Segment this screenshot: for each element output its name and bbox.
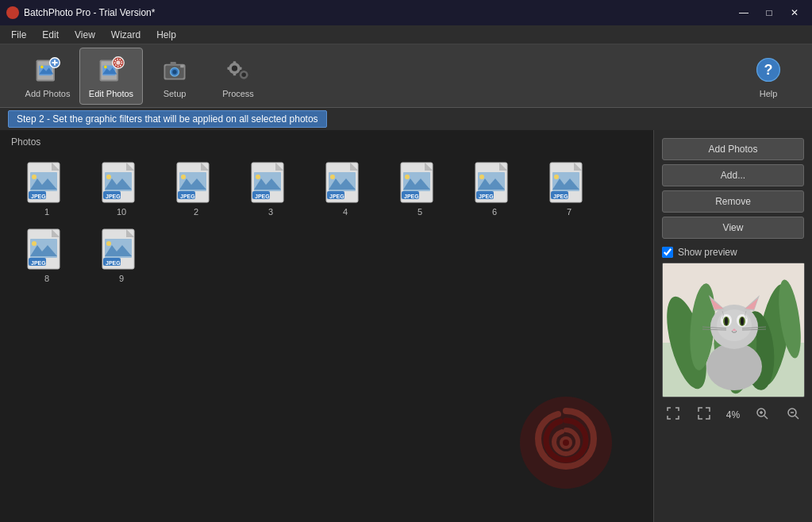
title-bar-controls: — □ ✕ xyxy=(733,5,806,21)
svg-text:JPEG: JPEG xyxy=(329,194,344,199)
photo-name: 5 xyxy=(418,207,422,217)
svg-point-19 xyxy=(172,70,176,74)
process-tool-button[interactable]: Process xyxy=(206,48,270,105)
svg-rect-26 xyxy=(228,67,231,70)
svg-point-37 xyxy=(32,175,37,179)
help-icon: ? xyxy=(752,54,784,86)
menu-view[interactable]: View xyxy=(67,28,103,42)
svg-point-4 xyxy=(40,65,44,68)
add-side-button[interactable]: Add... xyxy=(662,164,804,186)
minimize-button[interactable]: — xyxy=(733,5,755,21)
svg-point-14 xyxy=(116,60,120,64)
photo-file-icon: JPEG xyxy=(399,161,441,205)
svg-point-136 xyxy=(741,317,744,325)
svg-rect-27 xyxy=(239,67,242,70)
svg-line-147 xyxy=(795,416,799,419)
help-tool-label: Help xyxy=(760,89,778,98)
preview-image xyxy=(662,263,805,397)
maximize-button[interactable]: □ xyxy=(758,5,780,21)
svg-text:JPEG: JPEG xyxy=(404,194,419,199)
preview-controls: 4% xyxy=(662,402,804,427)
photo-file-icon: JPEG xyxy=(474,161,515,205)
zoom-actual-button[interactable] xyxy=(695,405,714,424)
process-tool-label: Process xyxy=(222,89,254,98)
svg-point-124 xyxy=(706,343,762,390)
photo-item[interactable]: JPEG 2 xyxy=(160,157,232,221)
photo-file-icon: JPEG xyxy=(101,161,142,205)
svg-point-45 xyxy=(106,175,111,179)
photo-name: 10 xyxy=(117,207,126,217)
svg-point-12 xyxy=(104,65,107,68)
step-bar: Step 2 - Set the graphic filters that wi… xyxy=(0,108,812,130)
zoom-out-button[interactable] xyxy=(783,405,802,424)
edit-photos-tool-button[interactable]: Edit Photos xyxy=(79,48,143,105)
svg-rect-20 xyxy=(171,62,176,66)
photo-name: 9 xyxy=(119,274,124,283)
svg-line-143 xyxy=(764,416,768,419)
photo-file-icon: JPEG xyxy=(548,161,590,205)
menu-edit[interactable]: Edit xyxy=(34,28,67,42)
photo-item[interactable]: JPEG 3 xyxy=(235,157,306,221)
photo-name: 1 xyxy=(44,207,49,217)
menu-wizard[interactable]: Wizard xyxy=(103,28,148,42)
photo-item[interactable]: JPEG 1 xyxy=(11,157,83,221)
photo-file-icon: JPEG xyxy=(250,161,291,205)
setup-tool-button[interactable]: Setup xyxy=(143,48,206,105)
show-preview-section: Show preview xyxy=(662,247,804,258)
photo-item[interactable]: JPEG 10 xyxy=(86,157,157,221)
show-preview-checkbox[interactable] xyxy=(662,247,673,258)
svg-text:JPEG: JPEG xyxy=(31,194,46,199)
photo-item[interactable]: JPEG 4 xyxy=(310,157,381,221)
photo-file-icon: JPEG xyxy=(26,228,67,272)
watermark-logo xyxy=(518,395,614,490)
svg-point-109 xyxy=(106,241,111,246)
title-text: BatchPhoto Pro - Trial Version* xyxy=(24,7,155,18)
svg-text:JPEG: JPEG xyxy=(106,260,121,266)
photo-item[interactable]: JPEG 5 xyxy=(384,157,456,221)
edit-photos-icon xyxy=(95,54,127,86)
svg-point-69 xyxy=(330,175,335,179)
zoom-in-button[interactable] xyxy=(752,405,772,424)
svg-rect-21 xyxy=(180,64,184,67)
photo-file-icon: JPEG xyxy=(175,161,217,205)
svg-text:JPEG: JPEG xyxy=(479,194,494,199)
svg-point-101 xyxy=(32,241,37,246)
svg-text:?: ? xyxy=(764,62,773,78)
view-side-button[interactable]: View xyxy=(662,217,804,239)
svg-text:JPEG: JPEG xyxy=(180,194,195,199)
photo-item[interactable]: JPEG 6 xyxy=(459,157,530,221)
zoom-level: 4% xyxy=(726,409,740,420)
toolbar: Add Photos Edit Photos xyxy=(0,44,812,108)
zoom-fit-button[interactable] xyxy=(664,405,683,424)
close-button[interactable]: ✕ xyxy=(783,5,806,21)
photo-item[interactable]: JPEG 9 xyxy=(86,224,157,287)
photo-file-icon: JPEG xyxy=(26,161,67,205)
menu-file[interactable]: File xyxy=(3,28,34,42)
svg-point-85 xyxy=(479,175,484,179)
right-panel: Add Photos Add... Remove View Show previ… xyxy=(653,130,812,522)
show-preview-label[interactable]: Show preview xyxy=(678,247,737,258)
svg-text:JPEG: JPEG xyxy=(31,260,46,266)
svg-point-130 xyxy=(717,309,752,341)
help-tool-button[interactable]: ? Help xyxy=(741,48,796,105)
svg-point-53 xyxy=(181,175,186,179)
svg-rect-24 xyxy=(233,61,237,64)
add-photos-side-button[interactable]: Add Photos xyxy=(662,138,804,160)
menu-help[interactable]: Help xyxy=(148,28,184,42)
photo-name: 7 xyxy=(567,207,571,217)
svg-point-23 xyxy=(232,65,237,71)
edit-photos-tool-label: Edit Photos xyxy=(89,89,133,98)
photo-name: 8 xyxy=(44,274,49,283)
photo-item[interactable]: JPEG 8 xyxy=(11,224,83,287)
svg-point-93 xyxy=(554,175,559,179)
process-icon xyxy=(222,54,254,86)
photo-item[interactable]: JPEG 7 xyxy=(533,157,605,221)
setup-tool-label: Setup xyxy=(164,89,187,98)
photo-file-icon: JPEG xyxy=(325,161,366,205)
remove-side-button[interactable]: Remove xyxy=(662,190,804,213)
add-photos-tool-button[interactable]: Add Photos xyxy=(16,48,79,105)
step-text: Step 2 - Set the graphic filters that wi… xyxy=(8,110,327,128)
right-buttons: Add Photos Add... Remove View xyxy=(662,138,804,239)
photo-name: 4 xyxy=(343,207,348,217)
svg-text:JPEG: JPEG xyxy=(553,194,568,199)
